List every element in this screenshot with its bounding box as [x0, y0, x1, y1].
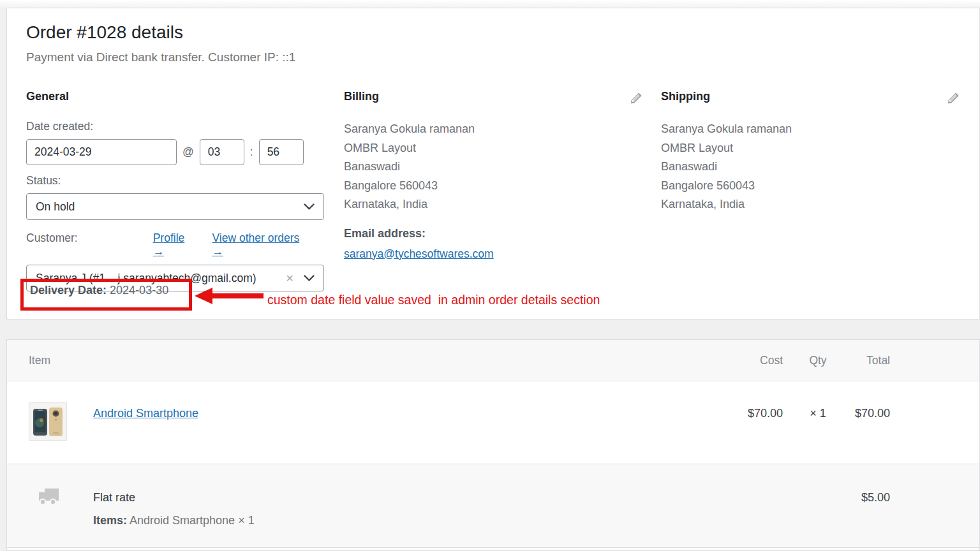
at-separator: @ [182, 145, 194, 159]
shipping-items-label: Items: [93, 514, 127, 527]
billing-address: Saranya Gokula ramanan OMBR Layout Banas… [344, 120, 644, 214]
chevron-down-icon [304, 200, 315, 214]
minute-input[interactable] [259, 139, 304, 165]
edit-billing-pencil-icon[interactable] [629, 91, 644, 107]
billing-heading: Billing [344, 90, 644, 103]
shipping-address-line: Karnataka, India [661, 195, 961, 214]
shipping-address-line: Bangalore 560043 [661, 177, 961, 196]
order-details-card: Order #1028 details Payment via Direct b… [6, 8, 980, 320]
hour-input[interactable] [200, 139, 244, 165]
billing-address-line: Saranya Gokula ramanan [344, 120, 644, 139]
email-address-label: Email address: [344, 227, 644, 240]
status-select[interactable]: On hold [26, 193, 324, 220]
billing-address-line: Bangalore 560043 [344, 177, 644, 196]
general-section: General Date created: @ : Status: On hol… [26, 90, 326, 291]
column-header-item: Item [29, 354, 50, 367]
date-created-label: Date created: [26, 120, 326, 133]
items-table-header: Item Cost Qty Total [7, 340, 979, 381]
table-row-product: Android Smartphone $70.00 × 1 $70.00 [7, 381, 979, 464]
shipping-address-line: OMBR Layout [661, 139, 961, 158]
arrow-shaft [212, 293, 264, 298]
column-header-total: Total [830, 354, 890, 367]
general-heading: General [26, 90, 326, 103]
order-items-card: Item Cost Qty Total Android Smartphone $… [6, 339, 980, 551]
billing-address-line: Karnataka, India [344, 195, 644, 214]
annotation-text: custom date field value saved in admin o… [267, 293, 600, 307]
profile-link[interactable]: Profile → [153, 231, 198, 258]
column-header-cost: Cost [719, 354, 783, 367]
view-other-orders-link[interactable]: View other orders → [212, 231, 312, 258]
customer-label: Customer: [26, 231, 153, 245]
shipping-total: $5.00 [830, 491, 890, 504]
shipping-method-name: Flat rate [93, 491, 135, 504]
payment-method-subtitle: Payment via Direct bank transfer. Custom… [26, 50, 295, 64]
truck-icon [37, 487, 60, 509]
delivery-date-label: Delivery Date: [30, 284, 107, 297]
billing-address-line: Banaswadi [344, 158, 644, 177]
date-created-input[interactable] [26, 139, 177, 165]
time-colon: : [250, 145, 253, 159]
shipping-address: Saranya Gokula ramanan OMBR Layout Banas… [661, 120, 961, 214]
shipping-items-value: Android Smartphone × 1 [130, 514, 255, 527]
table-row-shipping: Flat rate Items: Android Smartphone × 1 … [7, 464, 979, 548]
chevron-down-icon [304, 272, 315, 285]
arrow-head [195, 288, 212, 304]
clear-selection-icon[interactable]: × [286, 271, 293, 286]
annotation-arrow [195, 288, 264, 304]
billing-address-line: OMBR Layout [344, 139, 644, 158]
product-total: $70.00 [830, 407, 890, 420]
shipping-items-line: Items: Android Smartphone × 1 [93, 514, 255, 527]
product-name-link[interactable]: Android Smartphone [93, 407, 198, 420]
status-label: Status: [26, 174, 326, 187]
delivery-date-highlight-box: Delivery Date: 2024-03-30 [20, 279, 192, 311]
shipping-heading: Shipping [661, 90, 961, 103]
delivery-date-value: 2024-03-30 [110, 284, 168, 297]
edit-shipping-pencil-icon[interactable] [946, 91, 961, 107]
page-title: Order #1028 details [26, 22, 183, 43]
shipping-address-line: Saranya Gokula ramanan [661, 120, 961, 139]
product-cost: $70.00 [719, 407, 783, 420]
billing-email-link[interactable]: saranya@tychesoftwares.com [344, 247, 494, 260]
status-selected-value: On hold [36, 200, 304, 214]
shipping-address-line: Banaswadi [661, 158, 961, 177]
billing-section: Billing Saranya Gokula ramanan OMBR Layo… [344, 90, 644, 261]
shipping-section: Shipping Saranya Gokula ramanan OMBR Lay… [661, 90, 961, 214]
product-thumbnail [29, 402, 67, 441]
